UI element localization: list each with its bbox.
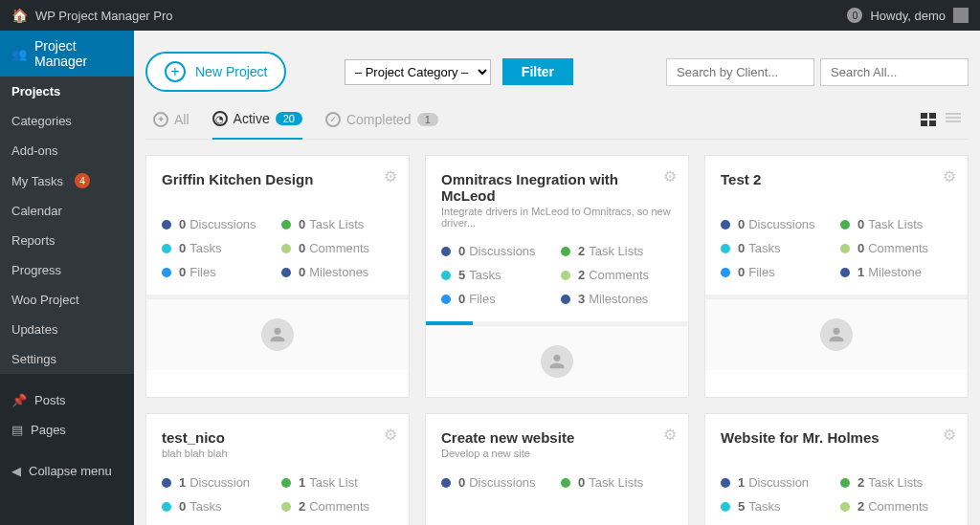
home-icon[interactable]: 🏠 [11,8,28,23]
notif-badge[interactable]: 0 [847,8,862,23]
avatar-icon[interactable] [953,8,969,23]
site-title[interactable]: WP Project Manager Pro [35,9,173,23]
admin-topbar: 🏠 WP Project Manager Pro 0 Howdy, demo [0,0,980,31]
greeting-text[interactable]: Howdy, demo [870,9,946,23]
